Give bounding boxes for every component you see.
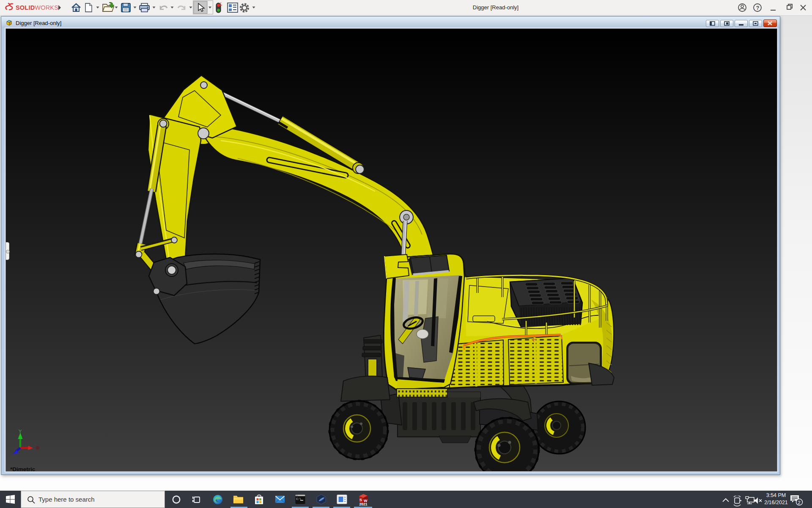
svg-text:*Dimetric: *Dimetric	[10, 466, 36, 472]
svg-text:2: 2	[798, 500, 801, 505]
svg-text:S: S	[359, 498, 362, 502]
svg-text:SOLIDWORKS: SOLIDWORKS	[16, 4, 58, 11]
svg-text:?: ?	[756, 5, 760, 11]
svg-text:2021: 2021	[359, 502, 368, 506]
svg-text:Y: Y	[19, 429, 22, 434]
